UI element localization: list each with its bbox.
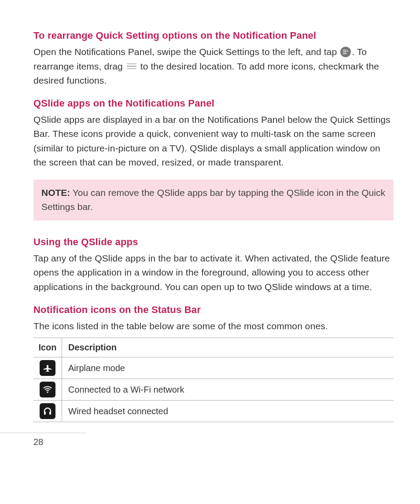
status-icons-table: Icon Description Airplane mode [33,338,394,422]
page-number: 28 [33,433,394,447]
wifi-icon [40,382,55,397]
table-header-desc: Description [62,338,394,357]
table-header-icon: Icon [33,338,62,357]
table-cell-icon [33,379,62,401]
section-heading-4: Notification icons on the Status Bar [33,304,394,316]
table-row: Connected to a Wi-Fi network [33,379,394,401]
svg-rect-1 [343,52,346,52]
page-number-text: 28 [33,437,43,447]
section-body-3: Tap any of the QSlide apps in the bar to… [33,251,394,294]
table-cell-icon [33,401,62,422]
note-label: NOTE: [41,188,70,198]
section-body-1: Open the Notifications Panel, swipe the … [33,45,394,88]
svg-rect-4 [44,412,46,415]
svg-rect-5 [49,412,51,415]
table-header-row: Icon Description [33,338,394,357]
svg-rect-2 [343,53,346,54]
manual-page: To rearrange Quick Setting options on th… [0,0,420,465]
table-cell-desc: Airplane mode [62,357,394,379]
section-heading-1: To rearrange Quick Setting options on th… [33,30,394,41]
note-text: You can remove the QSlide apps bar by ta… [41,188,385,212]
section-body-2: QSlide apps are displayed in a bar on th… [33,113,394,170]
headset-icon [40,403,55,419]
svg-rect-0 [343,50,346,51]
section-body-4: The icons listed in the table below are … [33,319,394,334]
table-row: Airplane mode [33,357,394,379]
drag-handle-icon [127,63,136,70]
section-heading-2: QSlide apps on the Notifications Panel [33,98,394,109]
airplane-icon [40,360,55,376]
table-cell-desc: Connected to a Wi-Fi network [62,379,394,401]
svg-point-3 [47,392,48,393]
table-cell-icon [33,357,62,379]
text-fragment: Open the Notifications Panel, swipe the … [33,47,339,57]
settings-list-icon [340,47,351,57]
table-row: Wired headset connected [33,401,394,422]
table-cell-desc: Wired headset connected [62,401,394,422]
section-heading-3: Using the QSlide apps [33,236,394,248]
note-box: NOTE: You can remove the QSlide apps bar… [33,180,394,221]
